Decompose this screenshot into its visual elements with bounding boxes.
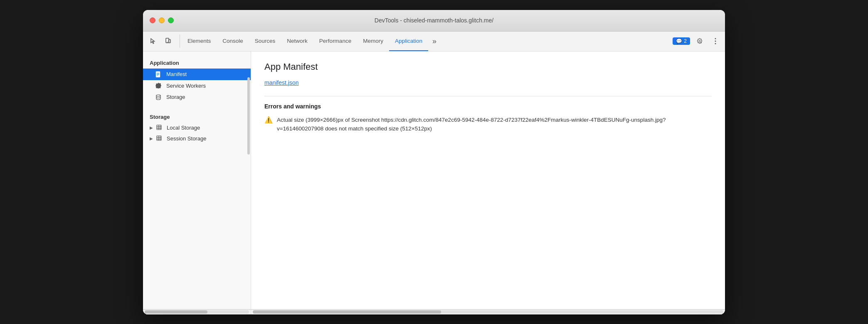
warning-icon: ⚠️ (264, 116, 273, 124)
devtools-window: DevTools - chiseled-mammoth-talos.glitch… (143, 10, 725, 314)
sidebar-bottom-scrollbar[interactable] (143, 309, 251, 314)
sidebar-divider (143, 103, 251, 110)
svg-rect-1 (169, 39, 170, 43)
main-content: App Manifest manifest.json Errors and wa… (251, 52, 725, 147)
more-options-button[interactable] (709, 35, 722, 47)
tab-performance[interactable]: Performance (313, 32, 357, 51)
title-bar: DevTools - chiseled-mammoth-talos.glitch… (143, 10, 725, 32)
database-icon (155, 94, 162, 101)
maximize-button[interactable] (168, 17, 174, 23)
sidebar-item-storage-label: Storage (166, 94, 185, 100)
window-title: DevTools - chiseled-mammoth-talos.glitch… (375, 17, 493, 24)
tab-overflow-button[interactable]: » (428, 32, 441, 51)
close-button[interactable] (150, 17, 155, 23)
page-title: App Manifest (264, 61, 712, 72)
main-bottom-scrollbar[interactable] (251, 309, 725, 314)
main-panel: App Manifest manifest.json Errors and wa… (251, 52, 725, 309)
sidebar-scrollbar[interactable] (247, 77, 250, 155)
toolbar-icons (146, 34, 180, 48)
devtools-body: Application Manifest (143, 52, 725, 309)
svg-point-5 (715, 43, 716, 44)
warning-text: Actual size (3999×2666)px of Screenshot … (277, 115, 712, 133)
file-icon (155, 71, 162, 78)
grid-icon-local (156, 125, 162, 131)
arrow-right-icon-session: ▶ (150, 136, 153, 141)
sidebar-bottom-thumb (145, 310, 207, 314)
svg-rect-11 (157, 125, 161, 130)
minimize-button[interactable] (159, 17, 165, 23)
cursor-tool-button[interactable] (146, 34, 160, 48)
device-tool-button[interactable] (161, 34, 175, 48)
svg-point-10 (156, 95, 160, 96)
sidebar-item-service-workers[interactable]: Service Workers (143, 80, 251, 91)
sidebar-item-session-storage-label: Session Storage (167, 135, 206, 142)
sidebar-section-application: Application (143, 56, 251, 69)
sidebar-item-local-storage[interactable]: ▶ Local Storage (143, 123, 251, 133)
warning-row: ⚠️ Actual size (3999×2666)px of Screensh… (264, 115, 712, 133)
sidebar-item-service-workers-label: Service Workers (166, 83, 206, 89)
svg-rect-16 (157, 136, 161, 140)
message-count: 2 (684, 38, 687, 44)
bottom-bar (143, 309, 725, 314)
message-icon: 💬 (676, 38, 682, 44)
grid-icon-session (156, 135, 162, 142)
devtools-toolbar: Elements Console Sources Network Perform… (143, 32, 725, 52)
svg-point-3 (715, 38, 716, 39)
message-badge[interactable]: 💬 2 (673, 37, 690, 45)
tab-memory[interactable]: Memory (357, 32, 389, 51)
tab-sources[interactable]: Sources (249, 32, 281, 51)
sidebar-item-session-storage[interactable]: ▶ Session Storage (143, 133, 251, 144)
three-dots-icon (715, 38, 716, 44)
sidebar-section-storage: Storage (143, 110, 251, 123)
sidebar: Application Manifest (143, 52, 251, 309)
bottom-scrollbar-thumb (253, 310, 441, 314)
settings-button[interactable] (693, 35, 706, 47)
device-icon (165, 38, 171, 44)
svg-point-4 (715, 41, 716, 42)
tab-list: Elements Console Sources Network Perform… (182, 32, 669, 51)
sidebar-item-local-storage-label: Local Storage (167, 125, 200, 131)
gear-icon (696, 38, 703, 44)
sidebar-item-storage[interactable]: Storage (143, 91, 251, 103)
tab-application[interactable]: Application (389, 32, 428, 51)
cursor-icon (150, 38, 156, 44)
manifest-link[interactable]: manifest.json (264, 79, 298, 86)
errors-section: Errors and warnings ⚠️ Actual size (3999… (264, 96, 712, 137)
gear-small-icon (155, 83, 162, 88)
errors-title: Errors and warnings (264, 103, 712, 110)
sidebar-item-manifest-label: Manifest (166, 71, 187, 77)
bottom-scrollbar-track (253, 310, 723, 314)
traffic-lights (150, 17, 174, 23)
tab-network[interactable]: Network (281, 32, 313, 51)
arrow-right-icon: ▶ (150, 125, 153, 130)
tab-elements[interactable]: Elements (182, 32, 217, 51)
toolbar-right: 💬 2 (669, 35, 722, 47)
sidebar-bottom-track (145, 310, 249, 314)
tab-console[interactable]: Console (217, 32, 249, 51)
sidebar-item-manifest[interactable]: Manifest (143, 69, 251, 80)
